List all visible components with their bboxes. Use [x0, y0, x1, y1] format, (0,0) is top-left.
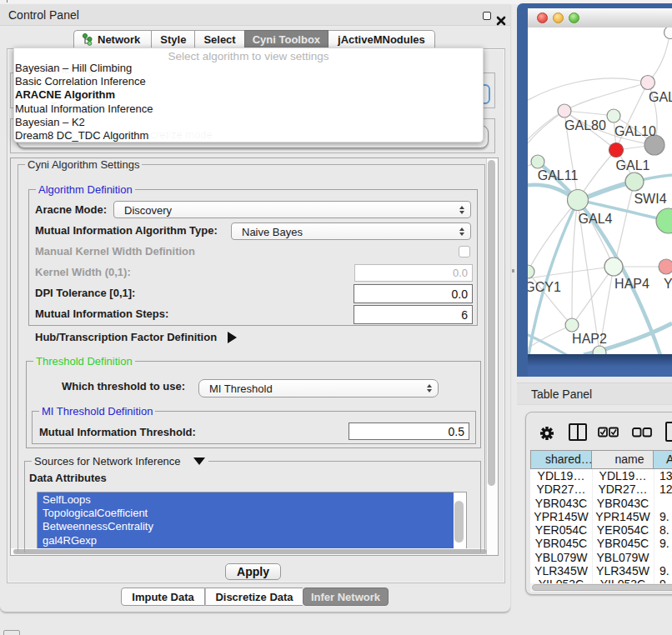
svg-text:HAP4: HAP4 [614, 277, 649, 291]
svg-text:SWI4: SWI4 [634, 192, 666, 206]
svg-text:GAL80: GAL80 [564, 118, 606, 132]
svg-text:GCY1: GCY1 [528, 280, 561, 294]
svg-text:GAL1: GAL1 [616, 158, 650, 172]
svg-text:GAL4: GAL4 [579, 212, 613, 226]
svg-text:GAL11: GAL11 [538, 168, 579, 182]
svg-text:GAL7: GAL7 [649, 90, 672, 104]
svg-text:HAP2: HAP2 [572, 332, 607, 346]
svg-text:YL: YL [664, 277, 672, 291]
svg-text:GAL10: GAL10 [614, 124, 656, 138]
